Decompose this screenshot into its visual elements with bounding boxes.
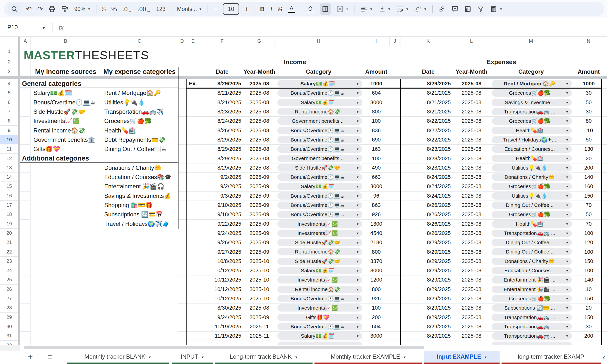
- expense-amount-cell[interactable]: 140: [564, 275, 607, 285]
- row-header-9[interactable]: 9: [0, 126, 18, 135]
- expense-date-cell[interactable]: 8/29/2025: [387, 266, 451, 275]
- horizontal-align-button[interactable]: ▼: [360, 3, 373, 15]
- row-header-17[interactable]: 17: [0, 201, 18, 210]
- row-header-12[interactable]: 12: [0, 154, 18, 163]
- expense-category-dropdown[interactable]: Savings & Investme...▼: [492, 99, 572, 106]
- expense-category-dropdown[interactable]: Travel / Holidays🌍✈...▼: [492, 136, 572, 143]
- expense-category-dropdown[interactable]: Transportation🚗🚌 ...▼: [492, 108, 572, 115]
- expense-yearmonth-cell[interactable]: 2025-08: [445, 275, 498, 285]
- expense-amount-cell[interactable]: 130: [564, 144, 607, 154]
- insert-link-icon[interactable]: [438, 3, 445, 15]
- expense-date-cell[interactable]: 8/29/2025: [387, 313, 451, 322]
- income-date-cell[interactable]: 8/24/2025: [178, 116, 241, 126]
- column-header-A[interactable]: A: [20, 37, 30, 46]
- tab-menu-icon[interactable]: ▼: [201, 355, 204, 359]
- expense-amount-cell[interactable]: 150: [564, 294, 607, 303]
- borders-button[interactable]: [320, 3, 331, 15]
- expense-category-item[interactable]: Health💊🏥: [104, 126, 136, 135]
- format-currency-button[interactable]: $: [102, 3, 106, 15]
- income-date-cell[interactable]: 9/24/2025: [178, 229, 241, 238]
- expense-yearmonth-cell[interactable]: 2025-08: [445, 88, 498, 98]
- expense-category-dropdown[interactable]: Subscriptions 🔄💳 ...▼: [492, 304, 572, 312]
- expense-yearmonth-cell[interactable]: 2025-08: [445, 191, 498, 201]
- income-category-dropdown[interactable]: Side Hustle🚀💸🤝▼: [277, 258, 362, 265]
- row-header-16[interactable]: 16: [0, 191, 18, 201]
- expense-category-item[interactable]: Groceries🛒🍎🥦: [104, 116, 152, 126]
- expense-amount-cell[interactable]: 30: [564, 88, 607, 98]
- expense-category-dropdown[interactable]: Utilities💡🔌💧▼: [492, 164, 572, 171]
- income-category-dropdown[interactable]: Bonus/Overtime🕐💻☕▼: [277, 127, 362, 134]
- expense-date-cell[interactable]: 8/29/2025: [387, 79, 451, 88]
- all-sheets-icon[interactable]: ≡: [44, 351, 56, 363]
- expense-date-cell[interactable]: 8/29/2025: [387, 247, 451, 256]
- expense-amount-cell[interactable]: 110: [564, 126, 607, 135]
- row-header-30[interactable]: 30: [0, 322, 18, 331]
- decrease-decimal-button[interactable]: .0←: [122, 3, 132, 15]
- expense-amount-cell[interactable]: 20: [564, 154, 607, 163]
- tab-menu-icon[interactable]: ▼: [295, 355, 298, 359]
- income-source-item[interactable]: Rental income🏠💸: [33, 126, 85, 135]
- expense-category-dropdown[interactable]: Entertainment 🎉🎬 ...▼: [492, 286, 572, 293]
- income-category-dropdown[interactable]: Rental income🏠💸▼: [277, 108, 362, 115]
- income-category-dropdown[interactable]: Salary💵💰🗓️▼: [277, 99, 362, 106]
- expense-yearmonth-cell[interactable]: 2025-08: [445, 107, 498, 116]
- expense-category-dropdown[interactable]: Groceries🛒🍎🥦▼: [492, 183, 572, 190]
- expense-category-dropdown[interactable]: Dining Out / Coffee...▼: [492, 202, 572, 209]
- income-col-header[interactable]: Year-Month: [228, 67, 291, 76]
- income-category-dropdown[interactable]: Investments📈💹▼: [277, 276, 362, 284]
- expense-category-item[interactable]: Dining Out / Coffee🍽️☕: [104, 144, 166, 154]
- redo-icon[interactable]: ↷: [37, 3, 43, 15]
- income-source-item[interactable]: Side Hustle🚀💸🤝: [33, 107, 85, 116]
- expense-date-cell[interactable]: 8/29/2025: [387, 257, 451, 266]
- row-header-26[interactable]: 26: [0, 285, 18, 294]
- income-category-dropdown[interactable]: Salary💵💰🗓️▼: [277, 80, 362, 87]
- income-date-cell[interactable]: 8/21/2025: [178, 98, 241, 107]
- income-date-cell[interactable]: 9/3/2025: [178, 191, 241, 201]
- income-date-cell[interactable]: 9/24/2025: [178, 313, 241, 322]
- expense-category-item[interactable]: Debt Repayments💳💸: [104, 135, 166, 144]
- text-wrap-button[interactable]: ▼: [396, 3, 409, 15]
- row-header-8[interactable]: 8: [0, 116, 18, 126]
- sheet-tab-4[interactable]: Monthly tracker EXAMPLE▼: [314, 351, 422, 363]
- expense-category-dropdown[interactable]: Donations / Charity🤲▼: [492, 258, 572, 265]
- bold-button[interactable]: B: [260, 3, 265, 15]
- expense-amount-cell[interactable]: 50: [564, 210, 607, 219]
- expense-yearmonth-cell[interactable]: 2025-08: [445, 172, 498, 182]
- income-date-cell[interactable]: 8/29/2025: [178, 144, 241, 154]
- tab-menu-icon[interactable]: ▼: [403, 355, 406, 359]
- column-header-I[interactable]: I: [363, 37, 390, 46]
- expense-category-dropdown[interactable]: Groceries🛒🍎🥦▼: [492, 295, 572, 302]
- sheet-tab-3[interactable]: Long-term track BLANK▼: [215, 351, 312, 363]
- expense-category-dropdown[interactable]: Transportation🚗🚌 ...▼: [492, 230, 572, 237]
- expense-date-cell[interactable]: 8/23/2025: [387, 154, 451, 163]
- row-header-23[interactable]: 23: [0, 257, 18, 266]
- income-date-cell[interactable]: 8/26/2025: [178, 126, 241, 135]
- column-header-M[interactable]: M: [487, 37, 575, 46]
- expense-category-item[interactable]: Subscriptions 🔄💳📅: [104, 210, 163, 219]
- expense-yearmonth-cell[interactable]: 2025-08: [445, 163, 498, 172]
- sheet-tab-6[interactable]: long-term tracker EXAMP: [501, 351, 601, 363]
- expense-date-cell[interactable]: 8/26/2025: [387, 201, 451, 210]
- sheet-tab-5[interactable]: Input EXAMPLE▼: [424, 351, 499, 363]
- merge-cells-button[interactable]: ▼: [337, 3, 349, 15]
- row-header-28[interactable]: 28: [0, 303, 18, 312]
- filter-icon[interactable]: [477, 3, 485, 15]
- row-header-7[interactable]: 7: [0, 107, 18, 116]
- sheet-tab-2[interactable]: INPUT▼: [172, 351, 213, 363]
- font-size-input[interactable]: 10: [223, 3, 239, 15]
- income-category-dropdown[interactable]: Rental income🏠💸▼: [277, 248, 362, 255]
- expense-category-item[interactable]: Rent / Mortgage🏠🔑: [104, 88, 161, 98]
- sheet-tab-1[interactable]: Monthly tracker BLANK▼: [67, 351, 169, 363]
- column-header-G[interactable]: G: [244, 37, 274, 46]
- row-header-6[interactable]: 6: [0, 98, 18, 107]
- expense-amount-cell[interactable]: 200: [564, 331, 607, 341]
- income-category-dropdown[interactable]: [277, 341, 362, 345]
- expense-category-dropdown[interactable]: Utilities💡🔌💧▼: [492, 192, 572, 200]
- income-date-cell[interactable]: 8/30/2025: [178, 303, 241, 312]
- expense-category-item[interactable]: Savings & Investments💰: [104, 191, 171, 201]
- general-categories-header[interactable]: General categories: [22, 79, 81, 88]
- row-header-31[interactable]: 31: [0, 331, 18, 341]
- income-category-dropdown[interactable]: Bonus/Overtime🕐💻☕▼: [277, 211, 362, 218]
- more-formats-button[interactable]: 123: [156, 3, 165, 15]
- fill-color-button[interactable]: [307, 3, 314, 15]
